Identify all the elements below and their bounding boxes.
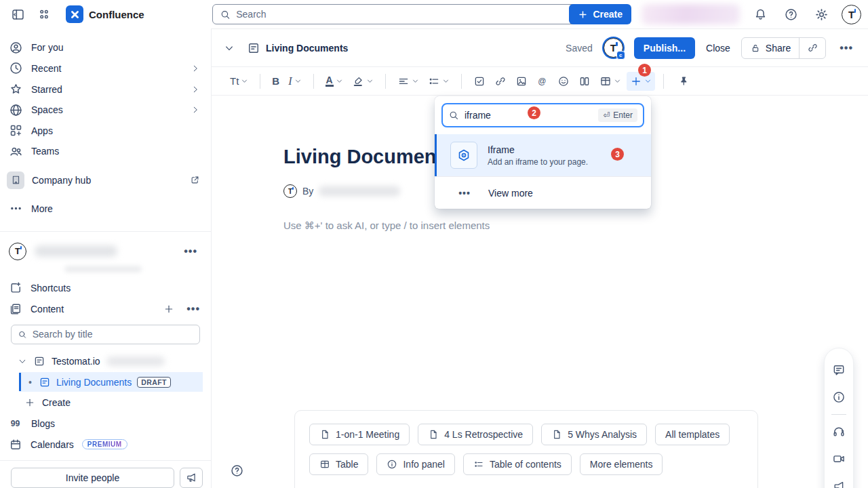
insert-search-input[interactable] bbox=[465, 110, 523, 121]
settings-button[interactable] bbox=[811, 4, 831, 24]
tree-item-living-documents-selected[interactable]: • Living Documents DRAFT bbox=[19, 372, 203, 392]
insert-info-panel-button[interactable]: Info panel bbox=[376, 453, 455, 475]
publish-button[interactable]: Publish... bbox=[634, 37, 695, 59]
apps-grid-plus-icon bbox=[9, 123, 23, 138]
sidebar-item-calendars[interactable]: Calendars PREMIUM bbox=[0, 434, 211, 455]
add-content-icon[interactable] bbox=[163, 304, 174, 314]
video-icon bbox=[832, 452, 846, 466]
insert-image-button[interactable] bbox=[512, 72, 531, 91]
text-color-label: A bbox=[326, 75, 334, 87]
italic-button[interactable]: I bbox=[285, 72, 304, 91]
help-button[interactable] bbox=[781, 4, 801, 24]
sidebar-item-spaces[interactable]: Spaces bbox=[0, 100, 211, 121]
text-style-button[interactable]: Tt bbox=[226, 72, 252, 90]
redacted-space-subtitle bbox=[64, 266, 142, 272]
table-button[interactable] bbox=[596, 72, 625, 91]
announce-button[interactable] bbox=[825, 472, 852, 488]
list-button[interactable] bbox=[425, 72, 453, 91]
text-style-label: Tt bbox=[230, 75, 239, 87]
page-icon bbox=[319, 429, 330, 440]
space-header[interactable]: T ••• bbox=[0, 237, 211, 266]
feedback-button[interactable] bbox=[180, 468, 203, 488]
copy-link-button[interactable] bbox=[800, 38, 825, 58]
redacted-author-name bbox=[319, 186, 400, 197]
confluence-logo-icon bbox=[66, 5, 83, 23]
insert-table-button[interactable]: Table bbox=[309, 453, 368, 475]
mention-button[interactable]: @ bbox=[533, 72, 552, 91]
more-elements-button[interactable]: More elements bbox=[580, 453, 663, 475]
insert-toc-button[interactable]: Table of contents bbox=[463, 453, 572, 475]
tree-item-testomat[interactable]: Testomat.io bbox=[0, 351, 211, 372]
sidebar-item-shortcuts[interactable]: Shortcuts bbox=[0, 278, 211, 299]
info-icon bbox=[832, 390, 846, 404]
confluence-home-link[interactable]: Confluence bbox=[66, 5, 144, 23]
layouts-button[interactable] bbox=[575, 72, 594, 91]
tree-create-button[interactable]: Create bbox=[0, 392, 211, 413]
template-label: 4 Ls Retrospective bbox=[444, 429, 523, 440]
author-avatar: T bbox=[283, 184, 297, 198]
text-color-button[interactable]: A bbox=[322, 72, 347, 90]
link-icon bbox=[807, 42, 818, 54]
tree-item-label: Testomat.io bbox=[52, 356, 100, 367]
sidebar-item-teams[interactable]: Teams bbox=[0, 141, 211, 162]
alignment-button[interactable] bbox=[394, 72, 422, 91]
pin-toolbar-button[interactable] bbox=[675, 72, 693, 90]
bold-button[interactable]: B bbox=[269, 72, 283, 90]
star-icon bbox=[9, 82, 23, 96]
editor-placeholder[interactable]: Use ⌘+' to ask AI, or type / to insert e… bbox=[283, 220, 868, 232]
main-area: Living Documents Saved T c Publish... Cl… bbox=[212, 28, 868, 488]
sidebar-item-content[interactable]: Content ••• bbox=[0, 298, 211, 319]
sidebar-item-recent[interactable]: Recent bbox=[0, 58, 211, 79]
editor-help-button[interactable] bbox=[230, 464, 244, 478]
template-5-whys-analysis[interactable]: 5 Whys Analysis bbox=[541, 424, 647, 445]
sidebar-item-apps[interactable]: Apps bbox=[0, 121, 211, 142]
template-4ls-retrospective[interactable]: 4 Ls Retrospective bbox=[418, 424, 533, 445]
search-icon bbox=[448, 110, 459, 121]
iframe-icon bbox=[456, 148, 471, 163]
template-1on1-meeting[interactable]: 1-on-1 Meeting bbox=[309, 424, 410, 445]
title-search[interactable] bbox=[11, 325, 200, 344]
close-button[interactable]: Close bbox=[706, 43, 730, 54]
app-switcher-icon bbox=[37, 7, 51, 21]
template-label: All templates bbox=[665, 429, 719, 440]
notifications-button[interactable] bbox=[750, 4, 770, 24]
share-button[interactable]: Share bbox=[742, 38, 799, 58]
collaborator-avatar[interactable]: T c bbox=[604, 38, 623, 58]
page-icon bbox=[33, 355, 45, 367]
user-avatar[interactable]: T bbox=[842, 5, 861, 24]
global-search-input[interactable] bbox=[236, 9, 578, 20]
all-templates-button[interactable]: All templates bbox=[655, 424, 730, 445]
invite-people-button[interactable]: Invite people bbox=[11, 468, 174, 488]
sidebar-item-starred[interactable]: Starred bbox=[0, 79, 211, 100]
collapse-chevron-down-icon[interactable] bbox=[224, 43, 235, 54]
pin-icon bbox=[678, 75, 690, 87]
content-more-button[interactable]: ••• bbox=[186, 303, 200, 315]
video-button[interactable] bbox=[825, 445, 852, 472]
view-more-button[interactable]: ••• View more bbox=[435, 177, 651, 209]
plus-icon bbox=[578, 9, 588, 20]
emoji-button[interactable] bbox=[554, 72, 573, 91]
insert-search[interactable]: ⏎ Enter bbox=[441, 103, 644, 127]
create-button[interactable]: Create bbox=[569, 4, 631, 24]
toc-icon bbox=[473, 459, 484, 470]
page-icon bbox=[39, 376, 51, 388]
title-search-input[interactable] bbox=[33, 329, 193, 340]
sidebar-item-company-hub[interactable]: Company hub bbox=[0, 169, 211, 190]
sidebar-item-more[interactable]: More bbox=[0, 198, 211, 219]
global-search[interactable] bbox=[212, 4, 586, 24]
space-more-button[interactable]: ••• bbox=[181, 243, 200, 260]
sidebar-item-blogs[interactable]: 99 Blogs bbox=[0, 413, 211, 434]
app-switcher-button[interactable] bbox=[34, 4, 54, 24]
listen-button[interactable] bbox=[825, 418, 852, 445]
comments-button[interactable] bbox=[825, 357, 852, 384]
page-more-button[interactable]: ••• bbox=[837, 39, 856, 57]
insert-result-iframe[interactable]: Iframe Add an iframe to your page. 3 bbox=[435, 134, 651, 176]
highlight-button[interactable] bbox=[349, 72, 377, 91]
sidebar-item-for-you[interactable]: For you bbox=[0, 37, 211, 58]
task-button[interactable] bbox=[470, 72, 489, 91]
chevron-down-icon[interactable] bbox=[18, 357, 27, 366]
insert-link-button[interactable] bbox=[491, 72, 510, 91]
people-icon bbox=[9, 144, 23, 159]
sidebar-collapse-button[interactable] bbox=[7, 4, 28, 24]
details-button[interactable] bbox=[825, 384, 852, 411]
